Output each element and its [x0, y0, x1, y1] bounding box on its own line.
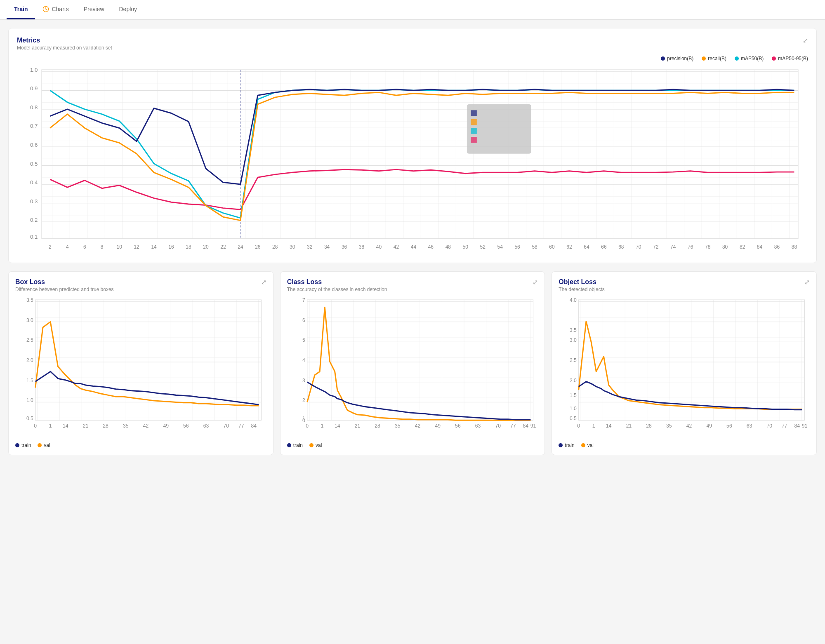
svg-text:0.5: 0.5	[570, 416, 577, 421]
svg-text:3.5: 3.5	[26, 297, 33, 303]
box-loss-val-label: val	[44, 442, 50, 448]
svg-text:2.0: 2.0	[570, 377, 577, 383]
svg-text:70: 70	[495, 423, 501, 429]
tab-preview[interactable]: Preview	[76, 0, 112, 19]
box-loss-val-dot	[38, 443, 42, 447]
svg-text:78: 78	[705, 244, 711, 250]
tab-deploy[interactable]: Deploy	[112, 0, 145, 19]
metrics-svg: 1.0 0.9 0.8 0.7 0.6 0.5 0.4 0.3 0.2 0.1	[17, 65, 808, 253]
svg-text:70: 70	[767, 423, 773, 429]
svg-text:1: 1	[321, 423, 323, 429]
svg-text:28: 28	[272, 244, 278, 250]
class-loss-legend-val: val	[309, 442, 322, 448]
class-loss-card: Class Loss The accuracy of the classes i…	[280, 271, 545, 456]
svg-text:80: 80	[722, 244, 728, 250]
svg-text:50: 50	[463, 244, 469, 250]
svg-text:1.5: 1.5	[26, 377, 33, 383]
svg-text:48: 48	[446, 244, 451, 250]
box-loss-legend: train val	[15, 442, 266, 448]
object-loss-title-block: Object Loss The detected objects	[559, 278, 604, 292]
svg-text:84: 84	[794, 423, 800, 429]
svg-text:20: 20	[203, 244, 209, 250]
legend-item-map50: mAP50(B)	[735, 56, 764, 61]
legend-item-recall: recall(B)	[702, 56, 726, 61]
svg-text:2: 2	[49, 244, 52, 250]
svg-text:60: 60	[549, 244, 555, 250]
svg-text:0: 0	[34, 423, 37, 429]
box-loss-legend-train: train	[15, 442, 31, 448]
svg-text:0: 0	[578, 423, 580, 429]
svg-text:28: 28	[103, 423, 108, 429]
svg-text:64: 64	[584, 244, 589, 250]
svg-text:49: 49	[163, 423, 169, 429]
class-loss-train-dot	[287, 443, 291, 447]
svg-text:14: 14	[606, 423, 612, 429]
svg-text:7: 7	[302, 297, 305, 303]
svg-text:1: 1	[49, 423, 52, 429]
svg-text:42: 42	[143, 423, 149, 429]
svg-text:84: 84	[757, 244, 763, 250]
tab-charts[interactable]: Charts	[35, 0, 76, 19]
legend-label-recall: recall(B)	[708, 56, 726, 61]
svg-text:18: 18	[186, 244, 191, 250]
class-loss-subtitle: The accuracy of the classes in each dete…	[287, 287, 387, 292]
box-loss-svg: 3.5 3.0 2.5 2.0 1.5 1.0 0.5 0 1 14	[15, 297, 266, 438]
svg-text:72: 72	[653, 244, 659, 250]
svg-text:63: 63	[203, 423, 209, 429]
svg-text:84: 84	[251, 423, 257, 429]
svg-text:5: 5	[302, 337, 305, 343]
tab-preview-label: Preview	[84, 6, 104, 12]
svg-text:70: 70	[636, 244, 641, 250]
svg-text:62: 62	[566, 244, 572, 250]
object-loss-subtitle: The detected objects	[559, 287, 604, 292]
tab-charts-label: Charts	[52, 6, 68, 12]
class-loss-title-block: Class Loss The accuracy of the classes i…	[287, 278, 387, 292]
object-loss-legend-train: train	[559, 442, 574, 448]
metrics-chart-header: Metrics Model accuracy measured on valid…	[17, 37, 808, 51]
object-loss-card: Object Loss The detected objects ⤢ 4.0 3…	[552, 271, 817, 456]
svg-text:0.7: 0.7	[30, 123, 38, 129]
svg-text:66: 66	[601, 244, 607, 250]
svg-text:24: 24	[238, 244, 243, 250]
main-content: Metrics Model accuracy measured on valid…	[0, 20, 825, 463]
svg-text:0.9: 0.9	[30, 85, 38, 92]
svg-text:0: 0	[306, 423, 309, 429]
svg-text:4: 4	[302, 357, 305, 363]
svg-text:14: 14	[335, 423, 340, 429]
box-loss-subtitle: Difference between predicted and true bo…	[15, 287, 114, 292]
svg-text:46: 46	[428, 244, 434, 250]
svg-text:77: 77	[238, 423, 244, 429]
svg-text:56: 56	[183, 423, 189, 429]
svg-rect-70	[471, 128, 476, 134]
svg-text:86: 86	[774, 244, 780, 250]
svg-text:3.0: 3.0	[26, 317, 33, 323]
svg-text:63: 63	[747, 423, 752, 429]
legend-dot-precision	[661, 56, 665, 61]
svg-text:1.0: 1.0	[26, 397, 33, 403]
class-loss-expand-icon[interactable]: ⤢	[533, 278, 538, 286]
legend-dot-map5095	[772, 56, 776, 61]
svg-text:16: 16	[168, 244, 174, 250]
svg-text:0.5: 0.5	[30, 161, 38, 167]
object-loss-val-label: val	[587, 442, 594, 448]
svg-text:4: 4	[66, 244, 69, 250]
svg-text:42: 42	[686, 423, 692, 429]
metrics-expand-icon[interactable]: ⤢	[803, 37, 808, 45]
svg-text:0.4: 0.4	[30, 179, 38, 186]
metrics-legend: precision(B) recall(B) mAP50(B) mAP50-95…	[17, 56, 808, 61]
box-loss-header: Box Loss Difference between predicted an…	[15, 278, 266, 292]
charts-icon	[42, 6, 49, 12]
box-loss-expand-icon[interactable]: ⤢	[261, 278, 266, 286]
svg-text:36: 36	[342, 244, 347, 250]
class-loss-legend-train: train	[287, 442, 303, 448]
svg-text:56: 56	[726, 423, 732, 429]
svg-text:82: 82	[740, 244, 745, 250]
svg-text:35: 35	[123, 423, 129, 429]
svg-text:2.5: 2.5	[26, 337, 33, 343]
class-loss-header: Class Loss The accuracy of the classes i…	[287, 278, 538, 292]
svg-rect-71	[471, 137, 476, 143]
tab-train[interactable]: Train	[7, 0, 35, 19]
object-loss-title: Object Loss	[559, 278, 604, 286]
object-loss-expand-icon[interactable]: ⤢	[804, 278, 810, 286]
class-loss-legend: train val	[287, 442, 538, 448]
